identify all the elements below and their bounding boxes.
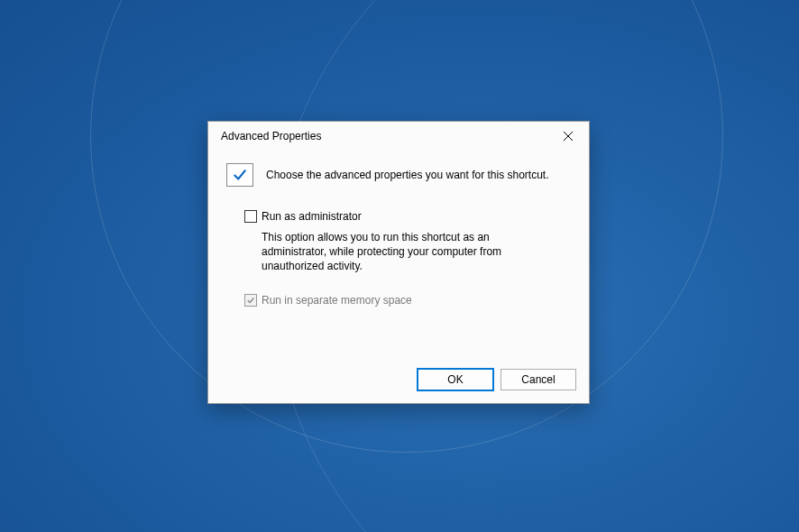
checkmark-box-icon [226,163,253,187]
dialog-title: Advanced Properties [221,130,321,142]
run-as-admin-label[interactable]: Run as administrator [262,210,362,223]
separate-memory-label: Run in separate memory space [262,294,412,307]
header-row: Choose the advanced properties you want … [226,163,571,187]
dialog-content: Choose the advanced properties you want … [208,151,589,360]
run-as-admin-row: Run as administrator [244,210,571,223]
run-as-admin-description: This option allows you to run this short… [262,230,532,274]
header-text: Choose the advanced properties you want … [266,169,549,181]
separate-memory-option: Run in separate memory space [244,294,571,307]
cancel-button[interactable]: Cancel [501,369,576,390]
close-icon [563,131,574,142]
button-row: OK Cancel [208,360,589,403]
run-as-admin-option: Run as administrator This option allows … [244,210,571,274]
svg-line-1 [564,132,573,141]
separate-memory-row: Run in separate memory space [244,294,571,307]
advanced-properties-dialog: Advanced Properties Choose the advanced … [207,121,590,404]
ok-button[interactable]: OK [418,369,493,390]
run-as-admin-checkbox[interactable] [244,210,257,223]
separate-memory-checkbox [244,294,257,307]
titlebar: Advanced Properties [208,122,589,151]
close-button[interactable] [555,126,582,146]
svg-line-0 [564,132,573,141]
